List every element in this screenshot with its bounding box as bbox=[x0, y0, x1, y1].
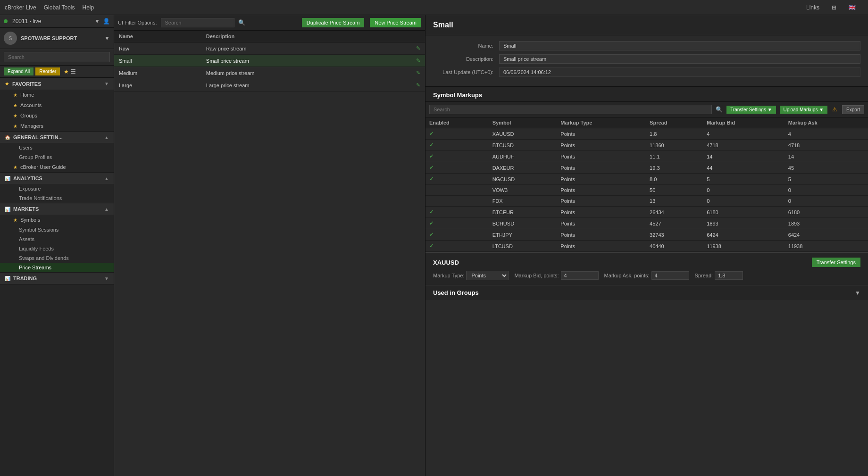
nav-item-home[interactable]: ★ Home bbox=[0, 90, 114, 100]
account-selector[interactable]: 20011 · live ▼ 👤 bbox=[0, 15, 114, 28]
markup-bid-label: Markup Bid, points: bbox=[514, 273, 559, 278]
reorder-button[interactable]: Reorder bbox=[35, 67, 60, 75]
symbol-row[interactable]: ✓ XAUUSD Points 1.8 4 4 bbox=[426, 128, 868, 140]
symbol-row[interactable]: FDX Points 13 0 0 bbox=[426, 196, 868, 207]
row-type: Points bbox=[557, 218, 646, 229]
accounts-star-icon: ★ bbox=[13, 103, 17, 108]
expand-all-button[interactable]: Expand All bbox=[4, 67, 33, 75]
symbol-search-input[interactable] bbox=[429, 105, 712, 114]
xauusd-transfer-settings-button[interactable]: Transfer Settings bbox=[812, 258, 860, 267]
symbol-row[interactable]: ✓ ETHJPY Points 32743 6424 6424 bbox=[426, 229, 868, 241]
nav-item-users[interactable]: Users bbox=[0, 143, 114, 152]
symbol-row[interactable]: ✓ LTCUSD Points 40440 11938 11938 bbox=[426, 241, 868, 252]
nav-item-trade-notifications[interactable]: Trade Notifications bbox=[0, 193, 114, 203]
nav-item-exposure[interactable]: Exposure bbox=[0, 184, 114, 193]
analytics-collapse-icon: ▲ bbox=[104, 176, 109, 181]
markup-ask-input[interactable] bbox=[651, 271, 689, 280]
symbol-row[interactable]: VOW3 Points 50 0 0 bbox=[426, 185, 868, 196]
symbol-row[interactable]: ✓ BCHUSD Points 4527 1893 1893 bbox=[426, 218, 868, 229]
upload-markups-button[interactable]: Upload Markups ▼ bbox=[780, 106, 828, 114]
language-flag[interactable]: 🇬🇧 bbox=[849, 4, 856, 11]
nav-item-liquidity-feeds[interactable]: Liquidity Feeds bbox=[0, 244, 114, 253]
price-stream-row[interactable]: Small Small price stream ✎ bbox=[114, 55, 425, 67]
nav-section-favorites: ★ FAVORITES ▼ ★ Home ★ Accounts ★ Groups bbox=[0, 78, 114, 132]
transfer-settings-button[interactable]: Transfer Settings ▼ bbox=[726, 106, 776, 114]
row-bid: 11938 bbox=[703, 241, 785, 252]
account-settings-icon[interactable]: 👤 bbox=[103, 18, 110, 25]
nav-item-symbol-sessions[interactable]: Symbol Sessions bbox=[0, 225, 114, 234]
price-stream-row[interactable]: Large Large price stream ✎ bbox=[114, 79, 425, 92]
row-bid: 0 bbox=[703, 185, 785, 196]
row-symbol: NGCUSD bbox=[489, 174, 557, 185]
account-status-dot bbox=[4, 19, 8, 23]
row-ask: 14 bbox=[785, 151, 868, 162]
symbol-row[interactable]: ✓ DAXEUR Points 19.3 44 45 bbox=[426, 162, 868, 174]
nav-item-assets[interactable]: Assets bbox=[0, 234, 114, 244]
nav-item-group-profiles[interactable]: Group Profiles bbox=[0, 152, 114, 162]
nav-item-symbols[interactable]: ★ Symbols bbox=[0, 215, 114, 225]
nav-item-swaps-dividends[interactable]: Swaps and Dividends bbox=[0, 253, 114, 263]
nav-item-cbroker-guide[interactable]: ★ cBroker User Guide bbox=[0, 162, 114, 172]
nav-item-price-streams[interactable]: Price Streams bbox=[0, 263, 114, 272]
nav-section-trading-header[interactable]: 📊 TRADING ▼ bbox=[0, 273, 114, 284]
spread-input[interactable] bbox=[715, 271, 743, 280]
row-enabled: ✓ bbox=[426, 207, 489, 218]
row-enabled bbox=[426, 185, 489, 196]
symbol-row[interactable]: ✓ AUDHUF Points 11.1 14 14 bbox=[426, 151, 868, 162]
row-ask: 6180 bbox=[785, 207, 868, 218]
guide-star-icon: ★ bbox=[13, 165, 17, 170]
used-in-groups-chevron: ▼ bbox=[855, 290, 860, 296]
row-edit-icon[interactable]: ✎ bbox=[382, 79, 425, 92]
nav-section-general-header[interactable]: 🏠 GENERAL SETTIN... ▲ bbox=[0, 132, 114, 143]
general-collapse-icon: ▲ bbox=[104, 135, 109, 140]
sidebar-search-input[interactable] bbox=[4, 52, 110, 62]
export-button[interactable]: Export bbox=[842, 105, 864, 114]
row-edit-icon[interactable]: ✎ bbox=[382, 42, 425, 55]
symbols-label: Symbols bbox=[20, 217, 40, 223]
nav-item-groups[interactable]: ★ Groups bbox=[0, 110, 114, 121]
center-search-input[interactable] bbox=[161, 18, 234, 27]
used-in-groups-header[interactable]: Used in Groups ▼ bbox=[426, 285, 868, 300]
row-spread: 1.8 bbox=[646, 128, 703, 140]
new-price-stream-button[interactable]: New Price Stream bbox=[370, 18, 421, 27]
user-collapse-icon[interactable]: ▼ bbox=[104, 35, 110, 42]
symbol-row[interactable]: ✓ NGCUSD Points 8.0 5 5 bbox=[426, 174, 868, 185]
analytics-label: ANALYTICS bbox=[13, 175, 101, 181]
account-dropdown-icon[interactable]: ▼ bbox=[94, 18, 100, 25]
center-search-icon[interactable]: 🔍 bbox=[238, 19, 245, 26]
price-stream-row[interactable]: Raw Raw price stream ✎ bbox=[114, 42, 425, 55]
nav-section-favorites-header[interactable]: ★ FAVORITES ▼ bbox=[0, 78, 114, 90]
name-input[interactable] bbox=[499, 41, 860, 50]
row-enabled: ✓ bbox=[426, 162, 489, 174]
markup-bid-input[interactable] bbox=[561, 271, 599, 280]
description-input[interactable] bbox=[499, 54, 860, 64]
price-stream-row[interactable]: Medium Medium price stream ✎ bbox=[114, 67, 425, 79]
home-label: Home bbox=[20, 92, 34, 98]
menu-cbroker-live[interactable]: cBroker Live bbox=[5, 4, 36, 11]
symbol-search-icon[interactable]: 🔍 bbox=[716, 106, 723, 113]
nav-item-managers[interactable]: ★ Managers bbox=[0, 121, 114, 131]
menu-help[interactable]: Help bbox=[83, 4, 94, 11]
star-filter-icon[interactable]: ★ bbox=[64, 68, 69, 75]
symbol-row[interactable]: ✓ BTCUSD Points 11860 4718 4718 bbox=[426, 140, 868, 151]
row-name: Raw bbox=[114, 42, 201, 55]
row-ask: 0 bbox=[785, 196, 868, 207]
nav-section-markets: 📊 MARKETS ▲ ★ Symbols Symbol Sessions As… bbox=[0, 203, 114, 273]
row-spread: 19.3 bbox=[646, 162, 703, 174]
row-bid: 4718 bbox=[703, 140, 785, 151]
nav-section-markets-header[interactable]: 📊 MARKETS ▲ bbox=[0, 203, 114, 215]
markup-type-select[interactable]: Points bbox=[466, 271, 509, 280]
symbol-row[interactable]: ✓ BTCEUR Points 26434 6180 6180 bbox=[426, 207, 868, 218]
layout-icon[interactable]: ⊞ bbox=[832, 4, 836, 11]
duplicate-price-stream-button[interactable]: Duplicate Price Stream bbox=[302, 18, 365, 27]
nav-item-accounts[interactable]: ★ Accounts bbox=[0, 100, 114, 110]
nav-section-analytics-header[interactable]: 📊 ANALYTICS ▲ bbox=[0, 173, 114, 184]
favorites-label: FAVORITES bbox=[12, 81, 101, 87]
list-view-icon[interactable]: ☰ bbox=[71, 68, 76, 75]
row-ask: 4718 bbox=[785, 140, 868, 151]
links-button[interactable]: Links bbox=[806, 4, 819, 11]
menu-global-tools[interactable]: Global Tools bbox=[44, 4, 75, 11]
row-edit-icon[interactable]: ✎ bbox=[382, 55, 425, 67]
row-ask: 5 bbox=[785, 174, 868, 185]
row-edit-icon[interactable]: ✎ bbox=[382, 67, 425, 79]
